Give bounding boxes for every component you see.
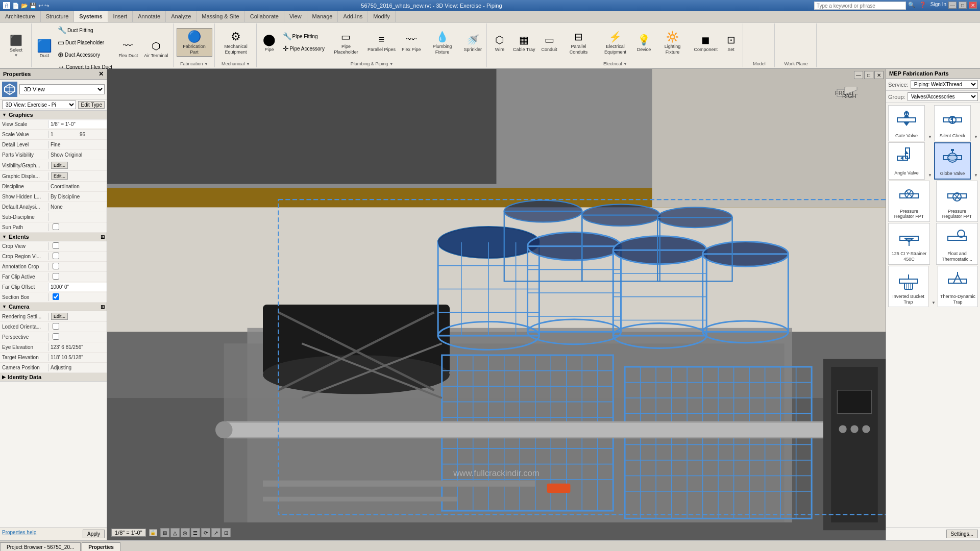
plumbing-dropdown-icon[interactable]: ▼ xyxy=(389,62,394,66)
extents-expand-icon[interactable]: ⊞ xyxy=(101,234,105,240)
view-select-dropdown[interactable]: 3D View: Exercise - Pi xyxy=(2,101,76,109)
mep-part-gate-valve[interactable]: Gate Valve xyxy=(888,105,925,141)
edit-type-btn[interactable]: Edit Type xyxy=(78,101,105,109)
gate-valve-dropdown-icon[interactable]: ▼ xyxy=(928,135,932,139)
far-clip-active-checkbox[interactable] xyxy=(53,273,59,280)
ribbon-btn-wire[interactable]: ⬡ Wire xyxy=(490,31,509,54)
rendering-settings-edit-btn[interactable]: Edit... xyxy=(51,313,68,320)
ribbon-tab-modify[interactable]: Modify xyxy=(368,11,395,22)
ribbon-btn-electrical-equipment[interactable]: ⚡ Electrical Equipment xyxy=(598,28,633,57)
silent-check-dropdown-icon[interactable]: ▼ xyxy=(974,135,978,139)
locked-orientation-checkbox[interactable] xyxy=(53,323,59,330)
ribbon-tab-systems[interactable]: Systems xyxy=(74,11,108,22)
ribbon-btn-duct-fitting[interactable]: 🔧 Duct Fitting xyxy=(55,24,115,36)
view-scale-value[interactable]: 1/8" = 1'-0" xyxy=(48,120,107,128)
ribbon-btn-parallel-pipes[interactable]: ≡ Parallel Pipes xyxy=(365,31,398,54)
ribbon-btn-sprinkler[interactable]: 🚿 Sprinkler xyxy=(461,31,484,54)
ribbon-btn-duct-accessory[interactable]: ⊕ Duct Accessory xyxy=(55,49,115,60)
globe-valve-dropdown-icon[interactable]: ▼ xyxy=(974,173,978,178)
redo-btn[interactable]: ↪ xyxy=(44,3,49,9)
ribbon-btn-pipe-fitting[interactable]: 🔧 Pipe Fitting xyxy=(280,31,327,42)
search-icon[interactable]: 🔍 xyxy=(908,2,915,10)
ribbon-tab-addins[interactable]: Add-Ins xyxy=(338,11,368,22)
ribbon-btn-flex-duct[interactable]: 〰 Flex Duct xyxy=(116,37,140,60)
ribbon-btn-parallel-conduits[interactable]: ⊟ Parallel Conduits xyxy=(561,28,597,57)
3d-viewport[interactable]: www.fullcrackindir.com — □ ✕ FRONT RIGHT… xyxy=(107,69,886,540)
restore-viewport-btn[interactable]: □ xyxy=(864,71,873,79)
sun-path-checkbox[interactable] xyxy=(53,223,59,230)
crop-view-checkbox[interactable] xyxy=(53,242,59,249)
nav-icon-7[interactable]: ⊡ xyxy=(222,528,231,537)
new-btn[interactable]: 📄 xyxy=(12,3,19,9)
mep-group-dropdown[interactable]: Valves/Accessories xyxy=(908,92,978,101)
ribbon-tab-insert[interactable]: Insert xyxy=(108,11,133,22)
ribbon-tab-massing[interactable]: Massing & Site xyxy=(197,11,244,22)
mep-part-strainer[interactable]: 125 CI Y-Strainer 450C xyxy=(888,223,930,265)
crop-region-visible-checkbox[interactable] xyxy=(53,253,59,259)
ribbon-btn-plumbing-fixture[interactable]: 💧 Plumbing Fixture xyxy=(424,28,460,57)
camera-expand-icon[interactable]: ⊞ xyxy=(101,304,105,310)
mep-part-bucket-trap[interactable]: Inverted Bucket Trap xyxy=(888,266,928,308)
mep-part-angle-valve[interactable]: Angle Valve xyxy=(888,142,925,180)
minimize-viewport-btn[interactable]: — xyxy=(854,71,863,79)
mep-service-dropdown[interactable]: Piping: WeldXThread xyxy=(911,80,978,89)
properties-help-link[interactable]: Properties help xyxy=(2,530,36,538)
ribbon-tab-manage[interactable]: Manage xyxy=(307,11,338,22)
mep-part-pressure-reg-2[interactable]: Pressure Regulator FPT xyxy=(936,181,978,222)
mep-part-float-thermo[interactable]: Float and Thermostatic... xyxy=(936,223,978,265)
electrical-dropdown-icon[interactable]: ▼ xyxy=(623,62,627,66)
mechanical-dropdown-icon[interactable]: ▼ xyxy=(246,62,250,66)
ribbon-btn-pipe[interactable]: ⬤ Pipe xyxy=(260,31,279,54)
ribbon-btn-lighting-fixture[interactable]: 🔆 Lighting Fixture xyxy=(655,28,691,57)
mep-part-thermo-trap[interactable]: Thermo-Dynamic Trap xyxy=(938,266,978,308)
ribbon-btn-set[interactable]: ⊡ Set xyxy=(721,31,741,54)
fabrication-dropdown-icon[interactable]: ▼ xyxy=(204,62,208,66)
view-name-dropdown[interactable]: 3D View xyxy=(19,84,105,94)
mep-part-globe-valve[interactable]: Globe Valve xyxy=(934,142,971,180)
tab-properties[interactable]: Properties xyxy=(82,542,120,551)
prop-section-extents[interactable]: ▼ Extents ⊞ xyxy=(0,233,107,241)
close-btn[interactable]: ✕ xyxy=(969,2,977,9)
annotation-crop-checkbox[interactable] xyxy=(53,263,59,269)
prop-section-identity-data[interactable]: ▶ Identity Data xyxy=(0,373,107,382)
ribbon-btn-conduit[interactable]: ▭ Conduit xyxy=(539,31,560,54)
angle-valve-dropdown-icon[interactable]: ▼ xyxy=(928,173,932,178)
apply-btn[interactable]: Apply xyxy=(83,530,105,538)
ribbon-btn-air-terminal[interactable]: ⬡ Air Terminal xyxy=(141,37,170,60)
ribbon-btn-duct[interactable]: 🟦 Duct xyxy=(35,37,54,60)
ribbon-tab-structure[interactable]: Structure xyxy=(41,11,75,22)
prop-section-camera[interactable]: ▼ Camera ⊞ xyxy=(0,303,107,311)
ribbon-tab-architecture[interactable]: Architecture xyxy=(0,11,41,22)
restore-btn[interactable]: □ xyxy=(959,2,967,9)
undo-btn[interactable]: ↩ xyxy=(38,3,43,9)
properties-close-btn[interactable]: ✕ xyxy=(99,70,104,78)
ribbon-btn-pipe-accessory[interactable]: ✛ Pipe Accessory xyxy=(280,43,327,54)
ribbon-tab-annotate[interactable]: Annotate xyxy=(133,11,166,22)
viewport-resize-handle[interactable] xyxy=(881,69,886,540)
nav-icon-2[interactable]: △ xyxy=(170,528,180,537)
nav-icon-1[interactable]: ⊞ xyxy=(160,528,169,537)
ribbon-btn-mechanical-equipment[interactable]: ⚙ Mechanical Equipment xyxy=(218,28,254,57)
ribbon-tab-collaborate[interactable]: Collaborate xyxy=(245,11,284,22)
ribbon-tab-view[interactable]: View xyxy=(284,11,307,22)
ribbon-btn-device[interactable]: 💡 Device xyxy=(634,31,654,54)
open-btn[interactable]: 📂 xyxy=(21,3,28,9)
ribbon-btn-select[interactable]: ⬛ Select ▼ xyxy=(6,32,27,59)
ribbon-btn-flex-pipe[interactable]: 〰 Flex Pipe xyxy=(399,31,424,54)
sign-in-btn[interactable]: Sign In xyxy=(930,2,946,10)
search-input[interactable] xyxy=(814,2,906,10)
bucket-trap-dropdown-icon[interactable]: ▼ xyxy=(932,300,936,305)
mep-part-pressure-reg-1[interactable]: Pressure Regulator FPT xyxy=(888,181,930,222)
ribbon-btn-component[interactable]: ◼ Component xyxy=(692,31,721,54)
nav-icon-4[interactable]: ☰ xyxy=(191,528,200,537)
nav-icon-6[interactable]: ↗ xyxy=(211,528,220,537)
select-dropdown-icon[interactable]: ▼ xyxy=(14,53,18,58)
save-btn[interactable]: 💾 xyxy=(30,3,37,9)
mep-settings-btn[interactable]: Settings... xyxy=(946,530,978,538)
graphic-display-edit-btn[interactable]: Edit... xyxy=(51,172,68,180)
visibility-graphs-edit-btn[interactable]: Edit... xyxy=(51,162,68,169)
minimize-btn[interactable]: — xyxy=(948,2,957,9)
far-clip-offset-value[interactable]: 1000' 0" xyxy=(48,283,107,291)
nav-icon-5[interactable]: ⟳ xyxy=(201,528,210,537)
mep-part-silent-check[interactable]: Silent Check xyxy=(934,105,971,141)
